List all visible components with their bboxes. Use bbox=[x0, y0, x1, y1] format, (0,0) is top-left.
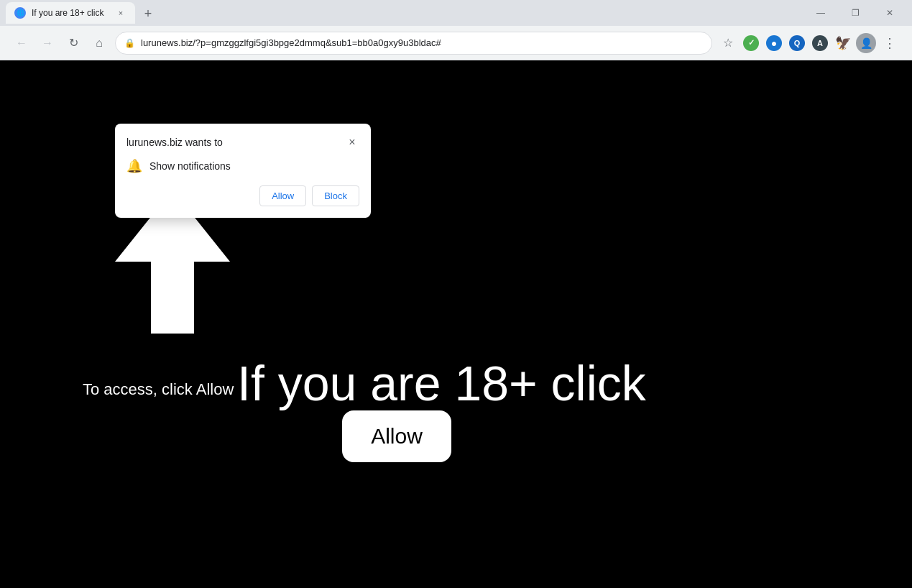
active-tab[interactable]: 🌐 If you are 18+ click × bbox=[6, 2, 135, 24]
headline-text: If you are 18+ click bbox=[237, 355, 646, 411]
new-tab-button[interactable]: + bbox=[138, 4, 158, 24]
minimize-button[interactable]: — bbox=[804, 1, 837, 24]
popup-block-button[interactable]: Block bbox=[312, 185, 359, 206]
page-allow-button[interactable]: Allow bbox=[342, 410, 451, 462]
chrome-window: 🌐 If you are 18+ click × + — ❐ ✕ ← → ↻ ⌂… bbox=[0, 0, 912, 588]
notification-popup: lurunews.biz wants to × 🔔 Show notificat… bbox=[115, 124, 371, 218]
forward-button[interactable]: → bbox=[37, 33, 57, 53]
web-content: If you are 18+ click To access, click Al… bbox=[0, 60, 912, 588]
extension1-button[interactable]: ✓ bbox=[741, 33, 761, 53]
extension5-button[interactable]: 🦅 bbox=[833, 33, 853, 53]
extension3-icon: Q bbox=[789, 35, 805, 51]
tab-title: If you are 18+ click bbox=[32, 8, 109, 18]
popup-title: lurunews.biz wants to bbox=[126, 137, 223, 148]
notification-label: Show notifications bbox=[149, 160, 231, 172]
toolbar-icons: ☆ ✓ ● Q A 🦅 👤 ⋮ bbox=[718, 32, 901, 54]
extension2-icon: ● bbox=[766, 35, 782, 51]
bell-icon: 🔔 bbox=[126, 158, 142, 174]
address-bar: ← → ↻ ⌂ 🔒 lurunews.biz/?p=gmzggzlfgi5gi3… bbox=[0, 26, 912, 60]
home-button[interactable]: ⌂ bbox=[89, 33, 109, 53]
extension4-button[interactable]: A bbox=[810, 33, 830, 53]
subtext: To access, click Allow bbox=[83, 380, 234, 399]
profile-button[interactable]: 👤 bbox=[856, 33, 876, 53]
bookmark-button[interactable]: ☆ bbox=[718, 33, 738, 53]
refresh-button[interactable]: ↻ bbox=[63, 33, 83, 53]
extension2-button[interactable]: ● bbox=[764, 33, 784, 53]
url-bar[interactable]: 🔒 lurunews.biz/?p=gmzggzlfgi5gi3bpge2dmm… bbox=[115, 32, 712, 55]
popup-notification-row: 🔔 Show notifications bbox=[126, 158, 359, 174]
star-icon: ☆ bbox=[723, 36, 733, 50]
tab-close-button[interactable]: × bbox=[115, 7, 126, 19]
profile-icon: 👤 bbox=[860, 37, 872, 49]
popup-buttons: Allow Block bbox=[126, 185, 359, 206]
url-text: lurunews.biz/?p=gmzggzlfgi5gi3bpge2dmmq&… bbox=[141, 37, 703, 48]
window-controls: — ❐ ✕ bbox=[804, 1, 906, 24]
tab-favicon: 🌐 bbox=[14, 7, 26, 19]
popup-allow-button[interactable]: Allow bbox=[259, 185, 306, 206]
extension4-icon: A bbox=[812, 35, 828, 51]
popup-close-button[interactable]: × bbox=[345, 135, 359, 150]
title-bar: 🌐 If you are 18+ click × + — ❐ ✕ bbox=[0, 0, 912, 26]
menu-button[interactable]: ⋮ bbox=[879, 32, 901, 54]
extension1-icon: ✓ bbox=[743, 35, 759, 51]
tab-bar: 🌐 If you are 18+ click × + bbox=[6, 2, 801, 24]
back-button[interactable]: ← bbox=[11, 33, 32, 53]
extension3-button[interactable]: Q bbox=[787, 33, 807, 53]
extension5-icon: 🦅 bbox=[835, 35, 851, 51]
lock-icon: 🔒 bbox=[124, 38, 135, 48]
maximize-button[interactable]: ❐ bbox=[839, 1, 872, 24]
close-button[interactable]: ✕ bbox=[873, 1, 906, 24]
popup-header: lurunews.biz wants to × bbox=[126, 135, 359, 150]
